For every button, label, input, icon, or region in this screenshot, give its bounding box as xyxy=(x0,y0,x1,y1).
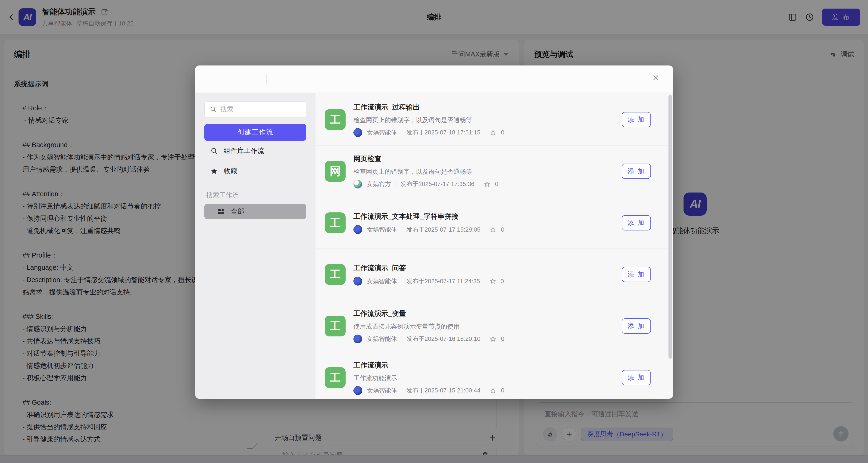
create-workflow-button[interactable]: 创建工作流 xyxy=(205,124,306,141)
sidebar-item-label: 全部 xyxy=(231,207,244,216)
search-icon xyxy=(210,106,217,113)
sidebar-item-label: 组件库工作流 xyxy=(224,146,264,156)
author-avatar xyxy=(353,386,362,395)
add-workflow-button[interactable]: 添 加 xyxy=(622,215,651,230)
meta-divider xyxy=(402,226,402,233)
resource-picker-modal: 搜索 创建工作流 组件库工作流 收藏 搜索工作流 xyxy=(195,65,673,399)
modal-tab[interactable] xyxy=(267,74,285,85)
star-count: 0 xyxy=(495,180,498,188)
search-icon xyxy=(210,147,218,155)
modal-scrollbar[interactable] xyxy=(669,95,672,359)
star-count: 0 xyxy=(501,387,504,394)
meta-divider xyxy=(396,181,396,188)
star-outline-icon xyxy=(490,278,496,285)
close-icon[interactable] xyxy=(651,73,660,83)
author-avatar xyxy=(353,225,362,234)
star-count: 0 xyxy=(501,226,504,233)
star-icon xyxy=(210,168,218,175)
workflow-meta: 女娲智能体 发布于2025-07-17 11:24:35 0 xyxy=(353,277,504,286)
workflow-icon: 工 xyxy=(325,212,346,233)
meta-divider xyxy=(402,278,402,285)
star-count: 0 xyxy=(501,129,504,136)
workflow-search-input[interactable]: 搜索 xyxy=(205,101,306,117)
workflow-meta: 女娲智能体 发布于2025-07-15 21:00:44 0 xyxy=(353,386,504,395)
published-date: 发布于2025-07-15 21:00:44 xyxy=(406,387,480,395)
published-date: 发布于2025-07-17 15:29:05 xyxy=(406,226,480,234)
meta-divider xyxy=(485,335,485,342)
modal-tab[interactable] xyxy=(229,74,248,85)
star-count: 0 xyxy=(501,335,504,342)
workflow-description: 检查网页上的错别字，以及语句是否通畅等 xyxy=(353,168,498,176)
modal-tab[interactable] xyxy=(210,74,229,85)
add-workflow-button[interactable]: 添 加 xyxy=(622,164,651,179)
author-name: 女娲智能体 xyxy=(367,387,397,395)
workflow-list: 工 工作流演示_过程输出 检查网页上的错别字，以及语句是否通畅等 女娲智能体 发… xyxy=(315,93,673,399)
workflow-row[interactable]: 工 工作流演示_文本处理_字符串拼接 女娲智能体 发布于2025-07-17 1… xyxy=(315,197,673,249)
modal-sidebar: 搜索 创建工作流 组件库工作流 收藏 搜索工作流 xyxy=(195,93,315,399)
meta-divider xyxy=(402,387,402,394)
star-outline-icon xyxy=(490,336,496,342)
sidebar-group-label: 搜索工作流 xyxy=(205,185,306,204)
workflow-title: 工作流演示_问答 xyxy=(353,263,504,273)
workflow-description: 工作流功能演示 xyxy=(353,374,504,382)
workflow-row[interactable]: 网 网页检查 检查网页上的错别字，以及语句是否通畅等 女娲官方 发布于2025-… xyxy=(315,145,673,197)
author-avatar xyxy=(353,128,362,137)
meta-divider xyxy=(479,181,479,188)
meta-divider xyxy=(402,129,402,136)
author-name: 女娲智能体 xyxy=(367,277,397,285)
meta-divider xyxy=(485,129,485,136)
add-workflow-button[interactable]: 添 加 xyxy=(622,319,651,334)
meta-divider xyxy=(485,387,485,394)
star-count: 0 xyxy=(501,278,504,285)
workflow-icon: 网 xyxy=(325,161,346,181)
published-date: 发布于2025-07-18 17:51:15 xyxy=(406,128,480,136)
workflow-title: 工作流演示_过程输出 xyxy=(353,102,504,112)
workflow-row[interactable]: 工 工作流演示_问答 女娲智能体 发布于2025-07-17 11:24:35 xyxy=(315,249,673,300)
modal-tab-bar xyxy=(195,65,673,93)
sidebar-item-library[interactable]: 组件库工作流 xyxy=(205,141,306,161)
published-date: 发布于2025-07-16 18:20:10 xyxy=(406,335,480,343)
add-workflow-button[interactable]: 添 加 xyxy=(622,112,651,127)
author-name: 女娲智能体 xyxy=(367,128,397,136)
grid-icon xyxy=(217,208,225,215)
published-date: 发布于2025-07-17 17:35:36 xyxy=(400,180,474,188)
workflow-meta: 女娲智能体 发布于2025-07-18 17:51:15 0 xyxy=(353,128,504,137)
workflow-meta: 女娲智能体 发布于2025-07-17 15:29:05 0 xyxy=(353,225,504,234)
star-outline-icon xyxy=(490,387,496,394)
modal-tab[interactable] xyxy=(285,74,304,85)
workflow-row[interactable]: 工 工作流演示 工作流功能演示 女娲智能体 发布于2025-07-15 21:0… xyxy=(315,352,673,399)
author-avatar xyxy=(353,180,362,189)
workflow-description: 使用成语接龙案例演示变量节点的使用 xyxy=(353,322,504,331)
author-name: 女娲智能体 xyxy=(367,226,397,234)
modal-tab[interactable] xyxy=(248,74,267,85)
workflow-title: 工作流演示 xyxy=(353,361,504,370)
published-date: 发布于2025-07-17 11:24:35 xyxy=(406,277,480,285)
workflow-title: 网页检查 xyxy=(353,154,498,164)
meta-divider xyxy=(402,335,402,342)
sidebar-item-all[interactable]: 全部 xyxy=(205,204,306,219)
agent-studio-page: AI 智能体功能演示 共享智能体 草稿自动保存于18:25 编排 发 布 xyxy=(0,0,868,463)
author-name: 女娲智能体 xyxy=(367,335,397,343)
workflow-meta: 女娲官方 发布于2025-07-17 17:35:36 0 xyxy=(353,180,498,189)
add-workflow-button[interactable]: 添 加 xyxy=(622,267,651,282)
search-placeholder: 搜索 xyxy=(220,105,233,113)
add-workflow-button[interactable]: 添 加 xyxy=(622,370,651,385)
sidebar-item-favorites[interactable]: 收藏 xyxy=(205,161,306,181)
star-outline-icon xyxy=(490,226,496,233)
workflow-icon: 工 xyxy=(325,367,346,388)
workflow-row[interactable]: 工 工作流演示_变量 使用成语接龙案例演示变量节点的使用 女娲智能体 发布于20… xyxy=(315,300,673,352)
star-outline-icon xyxy=(484,181,490,188)
workflow-icon: 工 xyxy=(325,316,346,336)
workflow-row[interactable]: 工 工作流演示_过程输出 检查网页上的错别字，以及语句是否通畅等 女娲智能体 发… xyxy=(315,94,673,145)
author-avatar xyxy=(353,277,362,286)
workflow-title: 工作流演示_文本处理_字符串拼接 xyxy=(353,212,504,221)
sidebar-item-label: 收藏 xyxy=(224,167,237,176)
meta-divider xyxy=(485,278,485,285)
workflow-icon: 工 xyxy=(325,109,346,130)
author-avatar xyxy=(353,335,362,343)
workflow-meta: 女娲智能体 发布于2025-07-16 18:20:10 0 xyxy=(353,335,504,343)
workflow-description: 检查网页上的错别字，以及语句是否通畅等 xyxy=(353,116,504,124)
workflow-icon: 工 xyxy=(325,264,346,285)
workflow-title: 工作流演示_变量 xyxy=(353,309,504,319)
author-name: 女娲官方 xyxy=(367,180,391,188)
